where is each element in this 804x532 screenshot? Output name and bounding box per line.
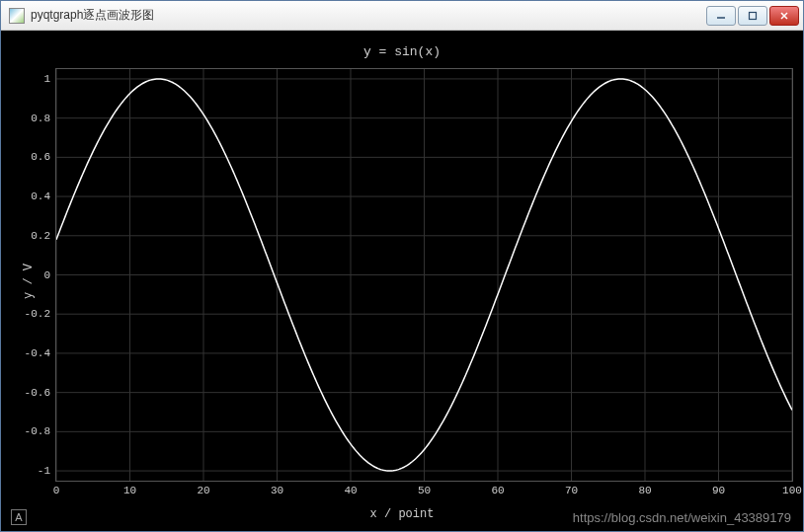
y-axis-label: y / V: [22, 263, 36, 298]
x-tick-label: 40: [344, 485, 357, 496]
window-title: pyqtgraph逐点画波形图: [31, 7, 706, 24]
y-tick-label: -0.6: [25, 387, 50, 399]
y-tick-label: -1: [38, 465, 50, 477]
minimize-button[interactable]: [706, 6, 736, 26]
svg-rect-1: [750, 12, 757, 19]
x-tick-label: 90: [712, 485, 725, 496]
titlebar[interactable]: pyqtgraph逐点画波形图: [1, 1, 803, 31]
maximize-icon: [748, 11, 758, 21]
plot-svg: [56, 69, 792, 481]
app-icon: [9, 8, 25, 24]
watermark-text: https://blog.csdn.net/weixin_43389179: [573, 510, 791, 525]
y-tick-label: -0.2: [25, 308, 50, 320]
close-icon: [779, 11, 789, 21]
plot-area[interactable]: 0102030405060708090100-1-0.8-0.6-0.4-0.2…: [55, 68, 793, 482]
window-controls: [706, 6, 799, 26]
app-window: pyqtgraph逐点画波形图 y = sin(x) y / V x / poi…: [0, 0, 804, 532]
y-tick-label: 0.8: [31, 113, 50, 124]
autoscale-button[interactable]: A: [11, 509, 27, 525]
x-tick-label: 80: [638, 485, 651, 496]
x-tick-label: 50: [418, 485, 431, 496]
minimize-icon: [716, 11, 726, 21]
x-tick-label: 20: [197, 485, 209, 496]
x-tick-label: 0: [53, 485, 60, 496]
y-tick-label: 1: [43, 73, 50, 85]
y-tick-label: 0.6: [31, 151, 50, 163]
x-tick-label: 10: [123, 485, 136, 496]
maximize-button[interactable]: [738, 6, 767, 26]
x-tick-label: 30: [271, 485, 283, 496]
x-tick-label: 60: [491, 485, 504, 496]
x-tick-label: 100: [782, 485, 802, 496]
plot-content: y = sin(x) y / V x / point 0102030405060…: [1, 31, 803, 531]
y-tick-label: 0.4: [31, 190, 50, 202]
chart-title: y = sin(x): [1, 44, 803, 59]
y-tick-label: -0.4: [25, 347, 50, 359]
y-tick-label: -0.8: [25, 425, 50, 437]
y-tick-label: 0: [43, 269, 50, 281]
close-button[interactable]: [769, 6, 799, 26]
y-tick-label: 0.2: [31, 230, 50, 242]
x-tick-label: 70: [565, 485, 578, 496]
